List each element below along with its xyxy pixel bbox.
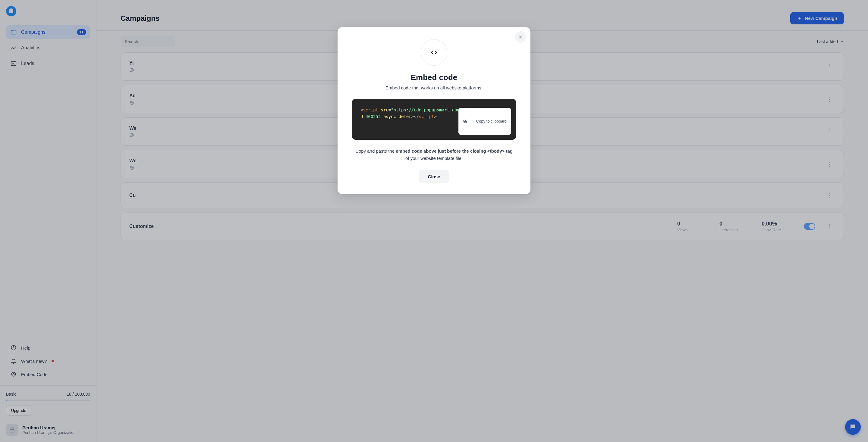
close-button[interactable]: Close [419, 170, 450, 183]
code-icon [421, 39, 447, 66]
copy-label: Copy to clipboard [476, 119, 507, 124]
embed-code-modal: Embed code Embed code that works on all … [338, 27, 530, 194]
modal-overlay[interactable]: Embed code Embed code that works on all … [0, 0, 868, 442]
copy-icon [463, 110, 474, 133]
modal-subtitle: Embed code that works on all website pla… [352, 85, 516, 90]
modal-title: Embed code [352, 73, 516, 82]
copy-to-clipboard-button[interactable]: Copy to clipboard [458, 108, 511, 135]
close-icon[interactable] [515, 31, 526, 43]
modal-help-text: Copy and paste the embed code above just… [354, 147, 514, 162]
embed-code-block: <script src="https://cdn.popupsmart.com/… [352, 99, 516, 140]
